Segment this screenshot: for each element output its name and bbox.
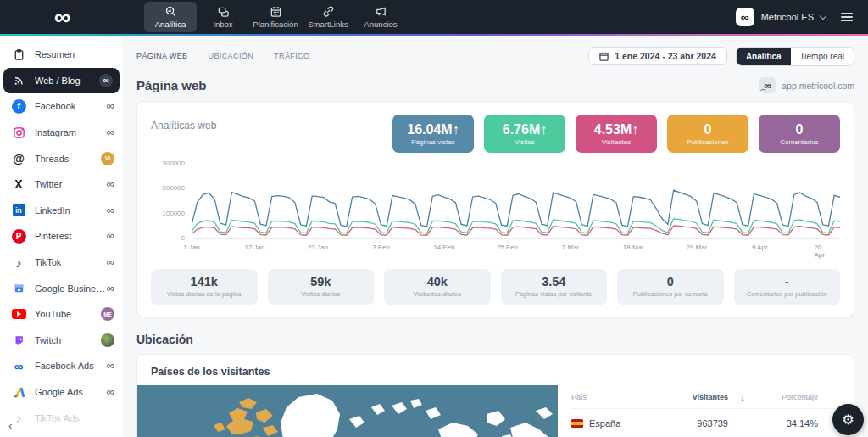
table-header: País Visitantes ↓ Porcentaje	[571, 387, 845, 409]
world-map	[137, 385, 558, 437]
x-twitter-icon: X	[10, 177, 27, 191]
summary-stats: 141kVistas diarias de la página 59kVisit…	[151, 269, 840, 305]
sidebar-item-label: Google Business ...	[35, 283, 107, 294]
avatar	[101, 333, 114, 347]
chart-x-axis: 1 Jan12 Jan23 Jan3 Feb14 Feb25 Feb7 Mar1…	[192, 244, 840, 257]
spain-flag-icon	[571, 419, 583, 428]
sidebar-item-tiktok[interactable]: ♪ TikTok ∞	[0, 249, 123, 276]
percent-value: 34.14%	[757, 418, 830, 429]
kpi-visitas: 6.76M↑ Visitas	[484, 115, 565, 153]
infinity-badge: ∞	[107, 258, 114, 266]
profile-badge: ME	[101, 307, 114, 321]
menu-icon[interactable]	[837, 9, 856, 25]
rss-icon	[10, 75, 27, 87]
sidebar-collapse-chevron[interactable]: ‹	[8, 419, 12, 432]
sidebar-item-label: Twitch	[35, 335, 101, 345]
visitors-value: 963739	[650, 418, 728, 429]
sort-desc-icon[interactable]: ↓	[728, 392, 757, 402]
sidebar-item-resumen[interactable]: Resumen	[0, 42, 123, 68]
gear-icon: ⚙	[842, 412, 854, 428]
section-tabs: PÁGINA WEB UBICACIÓN TRÁFICO	[136, 52, 309, 60]
kpi-visitantes: 4.53M↑ Visitantes	[576, 115, 657, 153]
sidebar-item-label: TikTok	[35, 257, 107, 267]
twitch-icon	[10, 334, 27, 346]
tab-label: Anuncios	[364, 20, 397, 29]
mode-analitica-button[interactable]: Analítica	[737, 48, 791, 65]
tab-planificacion[interactable]: Planificación	[249, 0, 302, 34]
date-range-value: 1 ene 2024 - 23 abr 2024	[615, 51, 716, 61]
sidebar-item-linkedin[interactable]: in LinkedIn ∞	[0, 198, 123, 224]
account-name: Metricool ES	[761, 12, 814, 22]
sidebar-item-youtube[interactable]: YouTube ME	[0, 301, 123, 328]
table-row[interactable]: España 963739 34.14% ›	[571, 409, 845, 437]
storefront-icon	[10, 282, 27, 294]
channels-sidebar: Resumen Web / Blog ∞ f Facebook ∞ Instag…	[0, 36, 123, 437]
sidebar-item-label: Pinterest	[35, 231, 107, 241]
sidebar-item-twitter[interactable]: X Twitter ∞	[0, 171, 123, 198]
infinity-badge: ∞	[99, 74, 113, 87]
infinity-badge: ∞	[107, 388, 114, 396]
country-name: España	[589, 418, 620, 429]
kpi-badges: 16.04M↑ Páginas vistas 6.76M↑ Visitas 4.…	[392, 115, 840, 153]
instagram-icon	[10, 126, 27, 139]
tab-pagina-web[interactable]: PÁGINA WEB	[136, 52, 188, 60]
visitors-countries-card: Países de los visitantes	[136, 354, 854, 437]
sidebar-item-pinterest[interactable]: P Pinterest ∞	[0, 223, 123, 249]
infinity-badge: ∞	[107, 284, 114, 293]
mode-tiempo-real-button[interactable]: Tiempo real	[791, 48, 854, 65]
infinity-logo-icon: ∞	[54, 4, 69, 30]
clipboard-icon	[10, 48, 27, 61]
tab-ubicacion[interactable]: UBICACIÓN	[209, 52, 254, 60]
tab-anuncios[interactable]: Anuncios	[354, 0, 407, 34]
link-icon	[322, 5, 335, 18]
settings-fab[interactable]: ⚙	[832, 404, 864, 435]
kpi-paginas-vistas: 16.04M↑ Páginas vistas	[392, 115, 474, 153]
mode-toggle: Analítica Tiempo real	[736, 47, 854, 66]
calendar-icon	[599, 52, 609, 61]
page-title: Página web	[136, 78, 207, 92]
calendar-icon	[270, 5, 282, 18]
trend-up-icon: ↑	[453, 122, 459, 137]
tab-inbox[interactable]: Inbox	[197, 0, 249, 34]
main-content: PÁGINA WEB UBICACIÓN TRÁFICO 1 ene 2024 …	[123, 36, 868, 437]
sidebar-item-instagram[interactable]: Instagram ∞	[0, 120, 123, 146]
col-pais: País	[571, 393, 650, 401]
stat-comentarios-publicacion: -Comentarios por publicación	[734, 269, 841, 305]
sidebar-item-twitch[interactable]: Twitch	[0, 328, 123, 354]
tiktok-ads-icon: ♪	[10, 411, 27, 425]
inbox-chat-icon	[217, 5, 230, 18]
metricool-logo[interactable]: ∞	[0, 4, 123, 30]
sidebar-item-facebook[interactable]: f Facebook ∞	[0, 93, 123, 120]
section-title-ubicacion: Ubicación	[136, 333, 854, 346]
profile-badge: VI	[101, 152, 114, 165]
tab-analitica[interactable]: Analítica	[144, 2, 197, 32]
site-url: app.metricool.com	[782, 81, 854, 91]
chevron-down-icon	[820, 12, 826, 19]
sidebar-item-threads[interactable]: @ Threads VI	[0, 145, 123, 171]
sidebar-item-label: Threads	[35, 154, 101, 164]
sidebar-item-google-business[interactable]: Google Business ... ∞	[0, 275, 123, 301]
account-switcher[interactable]: ∞ Metricool ES	[736, 8, 826, 26]
sidebar-item-label: Facebook Ads	[35, 361, 107, 371]
infinity-badge: ∞	[107, 232, 114, 240]
linkedin-icon: in	[10, 204, 27, 216]
infinity-badge: ∞	[107, 361, 114, 370]
sidebar-item-google-ads[interactable]: Google Ads ∞	[0, 379, 123, 406]
web-analytics-line-chart: 0100000200000300000 1 Jan12 Jan23 Jan3 F…	[192, 165, 840, 257]
tab-trafico[interactable]: TRÁFICO	[274, 52, 309, 60]
top-navbar: ∞ Analítica Inbox Planificación SmartLin…	[0, 0, 868, 34]
site-link[interactable]: ∞ app.metricool.com	[760, 77, 854, 93]
meta-icon: ∞	[10, 359, 27, 373]
kpi-publicaciones: 0 Publicaciones	[667, 115, 748, 153]
sidebar-item-facebook-ads[interactable]: ∞ Facebook Ads ∞	[0, 353, 123, 379]
countries-table: País Visitantes ↓ Porcentaje España 9637…	[558, 385, 854, 437]
pinterest-icon: P	[10, 229, 27, 244]
tab-smartlinks[interactable]: SmartLinks	[302, 0, 354, 34]
stat-visitantes-diarios: 40kVisitantes diarios	[384, 269, 491, 305]
sidebar-item-web-blog[interactable]: Web / Blog ∞	[3, 68, 120, 94]
sidebar-item-label: Instagram	[35, 127, 107, 137]
date-range-picker[interactable]: 1 ene 2024 - 23 abr 2024	[588, 47, 727, 65]
sidebar-item-tiktok-ads[interactable]: ♪ TikTok Ads	[0, 405, 123, 431]
sidebar-item-label: LinkedIn	[35, 205, 107, 216]
tiktok-icon: ♪	[10, 255, 27, 270]
